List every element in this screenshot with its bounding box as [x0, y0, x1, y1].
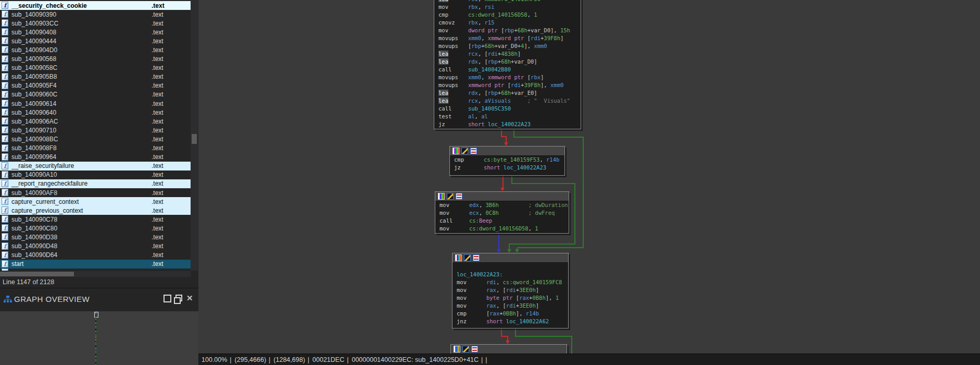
function-row[interactable]: fsub_140090964.text	[0, 153, 191, 162]
function-row[interactable]: fsub_1400908BC.text	[0, 135, 191, 143]
function-icon: f	[2, 135, 8, 142]
asm-line[interactable]: mov rdi, cs:qword_140159FC8	[453, 278, 568, 286]
asm-line[interactable]: movups xmm0, xmmword ptr [rbx]	[434, 74, 581, 81]
function-row[interactable]: fsub_140090A10.text	[0, 171, 191, 179]
asm-line[interactable]: lea rdx, [rbp+68h+var_E0]	[434, 89, 581, 97]
asm-line[interactable]: mov byte ptr [rax+0B8h], 1	[453, 294, 568, 302]
xrefs-icon[interactable]	[471, 346, 478, 352]
function-row[interactable]: f__report_rangecheckfailure.text	[0, 179, 191, 188]
basic-block[interactable]: mov edx, 3B6h ; dwDurationmov ecx, 0C8h …	[435, 191, 569, 234]
graph-edge-arrow	[504, 142, 508, 146]
asm-line[interactable]: lea rdx, [rbp+68h+var_D0]	[434, 58, 581, 66]
status-segment: 00000001400229EC: sub_1400225D0+41C	[351, 356, 479, 363]
palette-icon[interactable]	[455, 254, 462, 261]
function-row[interactable]: fsub_140090390.text	[0, 10, 191, 19]
asm-line[interactable]: lea rcx, aVisuals ; " Visuals"	[434, 97, 581, 105]
asm-token: , [	[496, 302, 506, 309]
function-row[interactable]: fsub_140090D64.text	[0, 251, 191, 260]
asm-token: ,	[479, 210, 486, 216]
asm-line[interactable]	[453, 263, 568, 271]
maximize-button[interactable]	[164, 295, 171, 302]
function-row[interactable]: fsub_1400905F4.text	[0, 81, 191, 90]
function-row[interactable]: fsub_140090408.text	[0, 28, 191, 36]
function-row[interactable]: fsub_1400904D0.text	[0, 45, 191, 54]
function-row[interactable]: fsub_14009058C.text	[0, 64, 191, 72]
function-row[interactable]: fstart.text	[0, 260, 191, 269]
function-name: capture_current_context	[11, 198, 79, 205]
basic-block[interactable]: loc_140022A23:mov rdi, cs:qword_140159FC…	[452, 253, 569, 328]
function-row[interactable]: fsub_1400903CC.text	[0, 19, 191, 28]
function-icon: f	[2, 215, 8, 223]
graph-overview-canvas[interactable]	[0, 311, 198, 365]
asm-line[interactable]: mov rax, [rdi+3EE0h]	[453, 286, 568, 294]
asm-line[interactable]: mov rax, [rdi+3EE0h]	[453, 302, 568, 310]
function-row[interactable]: fsub_14009060C.text	[0, 90, 191, 99]
function-row[interactable]: fsub_1400908F8.text	[0, 144, 191, 153]
asm-line[interactable]: cmp cs:dword_140156D58, 1	[434, 11, 581, 19]
h-scrollbar-thumb[interactable]	[0, 272, 74, 276]
close-icon[interactable]: ✕	[186, 295, 193, 302]
asm-line[interactable]: lea rcx, [rdi+4838h]	[434, 50, 581, 58]
asm-line[interactable]: movups xmmword ptr [rdi+39F8h], xmm0	[434, 81, 581, 89]
function-row[interactable]: fsub_1400905B8.text	[0, 72, 191, 81]
function-row[interactable]: fsub_140090444.text	[0, 36, 191, 45]
asm-line[interactable]: movups [rbp+68h+var_D0+4], xmm0	[434, 42, 581, 50]
h-scrollbar[interactable]	[0, 271, 191, 277]
function-row[interactable]: fsub_140090C80.text	[0, 224, 191, 233]
asm-line[interactable]: cmp [rax+0BBh], r14b	[453, 310, 568, 318]
asm-token: , [	[478, 90, 488, 96]
asm-line[interactable]: mov dword ptr [rbp+68h+var_D0], 15h	[434, 27, 581, 34]
function-row[interactable]: fsub_140090568.text	[0, 55, 191, 64]
asm-line[interactable]: cmp cs:byte_140159F53, r14b	[450, 156, 564, 164]
function-row[interactable]: fsub_140090C78.text	[0, 215, 191, 224]
xrefs-icon[interactable]	[456, 193, 462, 200]
asm-line[interactable]: mov edx, 3B6h ; dwDuration	[435, 201, 569, 209]
edit-icon[interactable]	[464, 254, 471, 261]
function-row[interactable]: f__security_check_cookie.text	[0, 1, 191, 10]
xrefs-icon[interactable]	[473, 254, 480, 261]
asm-line[interactable]: jnz short loc_140022A62	[453, 318, 568, 325]
function-row[interactable]: fcapture_previous_context.text	[0, 206, 191, 215]
function-row[interactable]: fsub_1400906AC.text	[0, 117, 191, 126]
v-scrollbar[interactable]	[191, 0, 198, 271]
asm-token: 3EE0h	[519, 302, 536, 309]
asm-line[interactable]: call sub_140042B80	[434, 66, 581, 74]
asm-line[interactable]: movups xmm0, xmmword ptr [rdi+39F8h]	[434, 34, 581, 42]
xrefs-icon[interactable]	[470, 148, 477, 154]
block-title-bar[interactable]	[451, 345, 567, 354]
asm-line[interactable]: loc_140022A23:	[453, 271, 568, 278]
asm-token: rax	[486, 287, 496, 293]
function-row[interactable]: fsub_140090614.text	[0, 99, 191, 108]
edit-icon[interactable]	[462, 346, 469, 352]
function-row[interactable]: fsub_140090AF8.text	[0, 188, 191, 197]
palette-icon[interactable]	[453, 148, 459, 154]
function-row[interactable]: fsub_140090D48.text	[0, 242, 191, 251]
block-title-bar[interactable]	[450, 147, 564, 156]
asm-token: al	[468, 113, 475, 119]
block-title-bar[interactable]	[435, 192, 569, 201]
float-button[interactable]	[175, 295, 182, 301]
asm-line[interactable]: jz short loc_140022A23	[450, 164, 564, 172]
asm-line[interactable]: call cs:Beep	[435, 217, 569, 225]
function-row[interactable]: fsub_140090640.text	[0, 108, 191, 117]
basic-block[interactable]: cmp cs:byte_140159F53, r14bjz short loc_…	[449, 146, 565, 176]
asm-line[interactable]: jz short loc_140022A23	[434, 120, 581, 128]
palette-icon[interactable]	[438, 193, 445, 200]
edit-icon[interactable]	[461, 148, 468, 154]
v-scrollbar-thumb[interactable]	[192, 134, 197, 144]
asm-token: xmmword ptr	[488, 35, 524, 41]
function-row[interactable]: fsub_140090710.text	[0, 126, 191, 135]
asm-line[interactable]: test al, al	[434, 113, 581, 120]
function-row[interactable]: fcapture_current_context.text	[0, 197, 191, 206]
function-row[interactable]: fsub_140090D38.text	[0, 233, 191, 241]
edit-icon[interactable]	[447, 193, 454, 200]
asm-line[interactable]: mov ecx, 0C8h ; dwFreq	[435, 209, 569, 217]
asm-line[interactable]: call sub_14005C350	[434, 105, 581, 113]
asm-line[interactable]: mov cs:dword_140156D58, 1	[435, 225, 569, 233]
function-row[interactable]: f__raise_securityfailure.text	[0, 162, 191, 171]
asm-line[interactable]: mov rbx, rsi	[434, 3, 581, 11]
basic-block[interactable]: lea rsi, xmmword_14015AF50mov rbx, rsicm…	[434, 0, 581, 129]
block-title-bar[interactable]	[453, 253, 568, 263]
palette-icon[interactable]	[454, 346, 460, 352]
asm-line[interactable]: cmovz rbx, r15	[434, 19, 581, 27]
